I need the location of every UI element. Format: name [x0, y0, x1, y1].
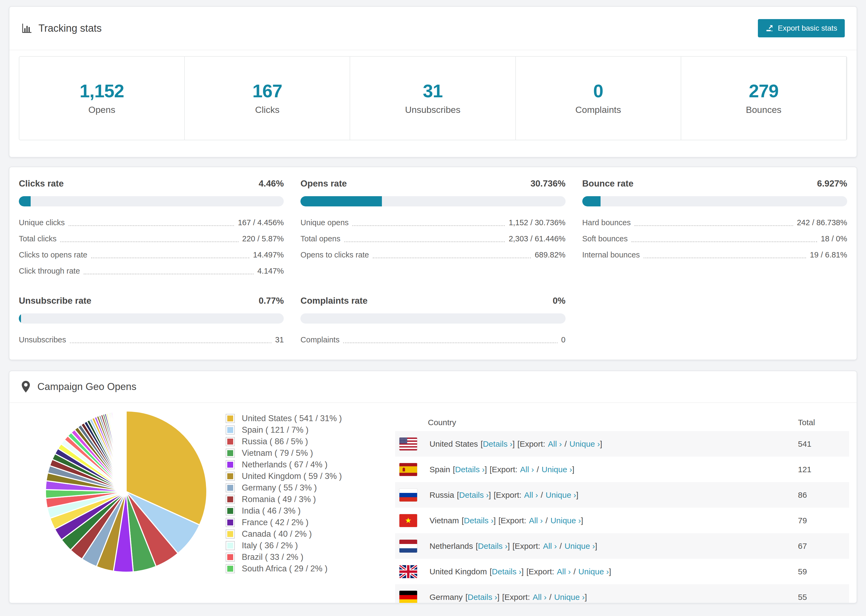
export-unique-link[interactable]: Unique › — [578, 567, 609, 576]
country-cell: United Kingdom[Details ›][Export:All ›/U… — [430, 567, 798, 576]
rate-row-label: Hard bounces — [582, 217, 631, 228]
tracking-stats-header: Tracking stats Export basic stats — [9, 7, 857, 50]
rate-row: Hard bounces 242 / 86.738% — [582, 217, 847, 228]
rate-value: 4.46% — [259, 178, 284, 189]
legend-item: Vietnam ( 79 / 5% ) — [226, 447, 395, 459]
rate-row-value: 689.82% — [535, 250, 565, 260]
country-name: United Kingdom — [430, 567, 487, 576]
bar-chart-icon — [21, 23, 33, 34]
details-link[interactable]: Details › — [468, 592, 497, 602]
country-name: Spain — [430, 465, 450, 474]
country-flag — [399, 463, 417, 476]
stat-label: Complaints — [516, 105, 681, 115]
rate-row-label: Internal bounces — [582, 250, 640, 260]
rate-value: 0% — [553, 295, 565, 306]
details-link[interactable]: Details › — [464, 516, 493, 525]
rate-row: Opens to clicks rate 689.82% — [301, 250, 565, 260]
export-unique-link[interactable]: Unique › — [551, 516, 581, 525]
rate-rows: Unsubscribes 31 — [19, 334, 284, 345]
export-all-link[interactable]: All › — [529, 516, 543, 525]
country-flag — [399, 489, 417, 501]
stat-tiles: 1,152 Opens 167 Clicks 31 Unsubscribes 0… — [19, 56, 847, 140]
export-prefix: Export: — [520, 439, 545, 448]
rate-row-label: Total clicks — [19, 233, 57, 244]
rate-rows: Unique opens 1,152 / 30.736% Total opens… — [301, 217, 565, 260]
country-cell: Vietnam[Details ›][Export:All ›/Unique ›… — [430, 516, 798, 525]
details-link[interactable]: Details › — [478, 542, 507, 550]
details-link[interactable]: Details › — [459, 490, 489, 499]
rate-row-value: 14.497% — [253, 250, 284, 260]
dotted-leader — [70, 343, 271, 343]
legend-item: Italy ( 36 / 2% ) — [226, 540, 395, 551]
legend-swatch — [226, 518, 235, 527]
rate-row-value: 4.147% — [257, 266, 284, 276]
export-prefix: Export: — [501, 516, 526, 525]
legend-swatch — [226, 541, 235, 550]
export-unique-link[interactable]: Unique › — [554, 592, 585, 602]
rate-panel: Opens rate 30.736% Unique opens 1,152 / … — [301, 178, 565, 276]
geo-opens-header: Campaign Geo Opens — [9, 371, 857, 403]
export-all-link[interactable]: All › — [548, 439, 562, 448]
table-row: Vietnam[Details ›][Export:All ›/Unique ›… — [395, 508, 849, 533]
export-all-link[interactable]: All › — [543, 542, 557, 550]
export-all-link[interactable]: All › — [532, 592, 546, 602]
rate-row-label: Unique opens — [301, 217, 348, 228]
export-all-link[interactable]: All › — [557, 567, 571, 576]
country-total: 67 — [798, 542, 849, 551]
export-all-link[interactable]: All › — [524, 490, 538, 499]
rate-progress-track — [582, 196, 847, 206]
stat-value: 279 — [681, 80, 846, 101]
legend-label: United States ( 541 / 31% ) — [242, 413, 342, 423]
export-prefix: Export: — [515, 542, 540, 550]
tracking-stats-title-text: Tracking stats — [38, 23, 102, 34]
export-unique-link[interactable]: Unique › — [569, 439, 600, 448]
details-link[interactable]: Details › — [483, 439, 512, 448]
rate-row-value: 242 / 86.738% — [797, 217, 847, 228]
legend-swatch — [226, 506, 235, 515]
rate-row: Total opens 2,303 / 61.446% — [301, 233, 565, 244]
details-link[interactable]: Details › — [455, 465, 485, 474]
rate-row-value: 0 — [561, 334, 565, 345]
dotted-leader — [91, 258, 249, 258]
legend-label: Romania ( 49 / 3% ) — [242, 495, 316, 504]
table-row: United States[Details ›][Export:All ›/Un… — [395, 431, 849, 457]
dotted-leader — [631, 241, 817, 242]
dotted-leader — [644, 258, 806, 258]
legend-item: France ( 42 / 2% ) — [226, 517, 395, 528]
dotted-leader — [352, 225, 505, 226]
legend-label: Russia ( 86 / 5% ) — [242, 437, 308, 446]
country-total: 121 — [798, 465, 849, 474]
geo-pie-chart[interactable] — [21, 403, 226, 603]
rate-rows: Complaints 0 — [301, 334, 565, 345]
geo-country-table: Country Total United States[Details ›][E… — [395, 403, 849, 603]
legend-label: South Africa ( 29 / 2% ) — [242, 564, 328, 574]
dotted-leader — [343, 343, 557, 343]
rate-progress-fill — [582, 196, 601, 206]
rate-row: Complaints 0 — [301, 334, 565, 345]
legend-label: Vietnam ( 79 / 5% ) — [242, 448, 313, 458]
legend-item: United States ( 541 / 31% ) — [226, 413, 395, 424]
legend-swatch — [226, 553, 235, 562]
rate-progress-fill — [301, 196, 382, 206]
export-prefix: Export: — [496, 490, 521, 499]
rate-row: Click through rate 4.147% — [19, 266, 284, 276]
rate-title: Opens rate — [301, 178, 347, 189]
rate-panel-header: Bounce rate 6.927% — [582, 178, 847, 189]
stat-tile: 279 Bounces — [681, 57, 847, 140]
dotted-leader — [373, 258, 531, 258]
country-flag — [399, 514, 417, 527]
export-all-link[interactable]: All › — [520, 465, 534, 474]
legend-label: France ( 42 / 2% ) — [242, 518, 309, 527]
export-unique-link[interactable]: Unique › — [546, 490, 576, 499]
dotted-leader — [344, 241, 505, 242]
rate-row-label: Complaints — [301, 334, 339, 345]
export-unique-link[interactable]: Unique › — [565, 542, 595, 550]
legend-label: Canada ( 40 / 2% ) — [242, 529, 312, 539]
details-link[interactable]: Details › — [492, 567, 521, 576]
rate-progress-track — [19, 313, 284, 324]
table-row: Spain[Details ›][Export:All ›/Unique ›] … — [395, 457, 849, 482]
legend-item: Canada ( 40 / 2% ) — [226, 528, 395, 540]
export-unique-link[interactable]: Unique › — [542, 465, 572, 474]
dashboard-page: Tracking stats Export basic stats 1,152 … — [0, 0, 866, 603]
export-basic-stats-button[interactable]: Export basic stats — [758, 19, 845, 37]
